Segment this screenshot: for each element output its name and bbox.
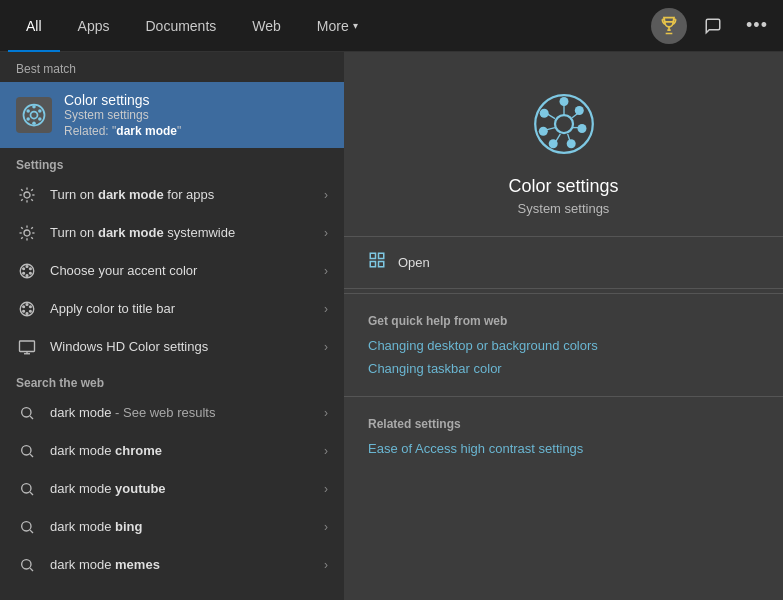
svg-point-51 <box>22 560 31 569</box>
tab-more-label: More <box>317 18 349 34</box>
search-icon <box>16 516 38 538</box>
settings-item-hd-color[interactable]: Windows HD Color settings › <box>0 328 344 366</box>
svg-line-23 <box>31 237 33 239</box>
settings-item-accent-color[interactable]: Choose your accent color › <box>0 252 344 290</box>
tab-all[interactable]: All <box>8 0 60 52</box>
color-settings-icon <box>16 97 52 133</box>
svg-line-48 <box>30 492 33 495</box>
top-nav: All Apps Documents Web More ▾ <box>0 0 783 52</box>
tab-apps-label: Apps <box>78 18 110 34</box>
svg-rect-40 <box>20 341 35 352</box>
tab-all-label: All <box>26 18 42 34</box>
svg-point-34 <box>26 304 28 306</box>
tab-web[interactable]: Web <box>234 0 299 52</box>
quick-help-label: Get quick help from web <box>368 314 759 328</box>
quick-help-link-2[interactable]: Changing taskbar color <box>368 361 759 376</box>
web-item-bing[interactable]: dark mode bing › <box>0 508 344 546</box>
tab-more[interactable]: More ▾ <box>299 0 376 52</box>
hd-color-text: Windows HD Color settings <box>50 339 312 356</box>
tab-apps[interactable]: Apps <box>60 0 128 52</box>
best-match-item[interactable]: Color settings System settings Related: … <box>0 82 344 148</box>
settings-item-dark-mode-apps[interactable]: Turn on dark mode for apps › <box>0 176 344 214</box>
dark-mode-apps-icon <box>16 184 38 206</box>
web-bing-text: dark mode bing <box>50 519 312 536</box>
search-icon <box>16 402 38 424</box>
svg-line-15 <box>21 199 23 201</box>
svg-point-29 <box>29 272 31 274</box>
chevron-right-icon: › <box>324 340 328 354</box>
svg-point-27 <box>26 266 28 268</box>
tab-documents[interactable]: Documents <box>127 0 234 52</box>
web-item-memes[interactable]: dark mode memes › <box>0 546 344 584</box>
hero-subtitle: System settings <box>518 201 610 216</box>
best-match-label: Best match <box>0 52 344 82</box>
svg-point-7 <box>31 112 38 119</box>
search-icon <box>16 478 38 500</box>
settings-item-apply-color[interactable]: Apply color to title bar › <box>0 290 344 328</box>
svg-point-56 <box>577 124 586 133</box>
web-item-dark-mode[interactable]: dark mode - See web results › <box>0 394 344 432</box>
svg-line-46 <box>30 454 33 457</box>
svg-line-25 <box>31 227 33 229</box>
svg-rect-69 <box>370 253 375 258</box>
svg-point-17 <box>24 230 30 236</box>
chevron-right-icon: › <box>324 482 328 496</box>
svg-point-60 <box>539 109 548 118</box>
web-item-youtube[interactable]: dark mode youtube › <box>0 470 344 508</box>
svg-point-57 <box>566 139 575 148</box>
hero-section: Color settings System settings <box>344 52 783 237</box>
nav-icons: ••• <box>651 8 775 44</box>
svg-point-4 <box>32 121 36 125</box>
dark-mode-system-text: Turn on dark mode systemwide <box>50 225 312 242</box>
settings-item-dark-mode-system[interactable]: Turn on dark mode systemwide › <box>0 214 344 252</box>
svg-point-43 <box>22 408 31 417</box>
open-label: Open <box>398 255 430 270</box>
trophy-icon-button[interactable] <box>651 8 687 44</box>
chevron-down-icon: ▾ <box>353 20 358 31</box>
related-link-1[interactable]: Ease of Access high contrast settings <box>368 441 759 456</box>
main-content: Best match Color settings System setting… <box>0 52 783 600</box>
svg-point-6 <box>26 109 30 113</box>
more-options-icon-button[interactable]: ••• <box>739 8 775 44</box>
settings-section-label: Settings <box>0 148 344 176</box>
svg-point-55 <box>574 106 583 115</box>
best-match-subtitle: System settings <box>64 108 328 122</box>
svg-rect-72 <box>379 262 384 267</box>
right-panel: Color settings System settings Open Get … <box>344 52 783 600</box>
svg-point-39 <box>23 306 25 308</box>
chevron-right-icon: › <box>324 406 328 420</box>
svg-point-36 <box>29 310 31 312</box>
ellipsis-icon: ••• <box>746 15 768 36</box>
quick-help-link-1[interactable]: Changing desktop or background colors <box>368 338 759 353</box>
svg-point-35 <box>29 306 31 308</box>
open-icon <box>368 251 386 274</box>
dark-mode-system-icon <box>16 222 38 244</box>
svg-line-52 <box>30 568 33 571</box>
svg-point-30 <box>26 275 28 277</box>
tab-web-label: Web <box>252 18 281 34</box>
web-item-chrome[interactable]: dark mode chrome › <box>0 432 344 470</box>
web-section-label: Search the web <box>0 366 344 394</box>
related-label: Related settings <box>368 417 759 431</box>
divider <box>344 293 783 294</box>
accent-color-text: Choose your accent color <box>50 263 312 280</box>
svg-point-37 <box>26 313 28 315</box>
tab-documents-label: Documents <box>145 18 216 34</box>
svg-line-22 <box>21 227 23 229</box>
svg-point-59 <box>538 127 547 136</box>
svg-point-1 <box>32 105 36 109</box>
svg-point-31 <box>23 272 25 274</box>
left-panel: Best match Color settings System setting… <box>0 52 344 600</box>
svg-line-44 <box>30 416 33 419</box>
web-dark-mode-text: dark mode - See web results <box>50 405 312 422</box>
svg-point-61 <box>555 115 573 133</box>
accent-color-icon <box>16 260 38 282</box>
open-button[interactable]: Open <box>344 237 783 289</box>
svg-point-3 <box>38 117 42 121</box>
hero-color-settings-icon <box>524 84 604 164</box>
feedback-icon-button[interactable] <box>695 8 731 44</box>
divider <box>344 396 783 397</box>
chevron-right-icon: › <box>324 558 328 572</box>
svg-line-16 <box>31 189 33 191</box>
chevron-right-icon: › <box>324 264 328 278</box>
